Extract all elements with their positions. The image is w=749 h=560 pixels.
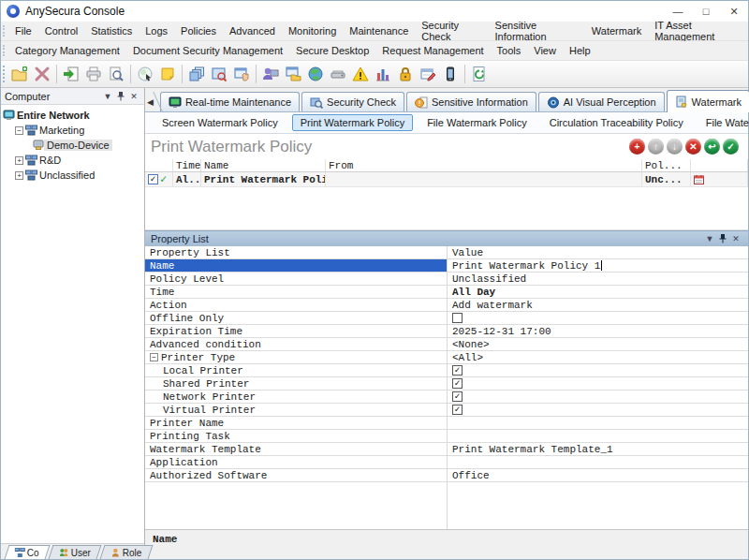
tree-item-rd[interactable]: + R&D <box>3 153 142 168</box>
delete-icon[interactable] <box>31 63 53 85</box>
subtab-file-watermark-policy[interactable]: File Watermark Policy <box>419 114 536 131</box>
sphere-pointer-icon[interactable] <box>134 63 156 85</box>
panel-dropdown-icon[interactable]: ▼ <box>703 234 716 243</box>
tab-computer[interactable]: Co <box>5 545 51 559</box>
window-folder-icon[interactable] <box>282 63 304 85</box>
subtab-circulation-traceability-policy[interactable]: Circulation Traceability Policy <box>541 114 692 131</box>
expand-icon[interactable]: + <box>15 156 23 165</box>
screen-capture-icon[interactable] <box>208 63 230 85</box>
form-edit-icon[interactable] <box>417 63 439 85</box>
checkbox-virtual-printer[interactable]: ✓ <box>452 405 463 415</box>
menu-monitoring[interactable]: Monitoring <box>282 22 343 40</box>
device-icon[interactable] <box>327 63 349 85</box>
menu-logs[interactable]: Logs <box>139 22 174 40</box>
lock-icon[interactable] <box>394 63 417 85</box>
menu-sensitive-information[interactable]: Sensitive Information <box>489 22 585 40</box>
close-button[interactable]: ✕ <box>720 1 748 22</box>
property-row-network-printer[interactable]: Network Printer✓ <box>145 391 748 404</box>
property-row-virtual-printer[interactable]: Virtual Printer✓ <box>145 404 748 417</box>
menu-watermark[interactable]: Watermark <box>585 22 648 40</box>
mobile-icon[interactable] <box>439 63 462 85</box>
menu-secure-desktop[interactable]: Secure Desktop <box>289 41 375 60</box>
maximize-button[interactable]: □ <box>692 1 720 22</box>
export-page-icon[interactable] <box>60 63 82 85</box>
menu-statistics[interactable]: Statistics <box>84 22 139 40</box>
menu-policies[interactable]: Policies <box>174 22 223 40</box>
from-column-header[interactable]: From <box>326 159 642 171</box>
property-row-local-printer[interactable]: Local Printer✓ <box>145 364 748 377</box>
property-row-application[interactable]: Application <box>145 456 748 469</box>
menu-tools[interactable]: Tools <box>491 41 528 60</box>
policy-row[interactable]: ✓✓ Al... Print Watermark Policy 1 Unc... <box>145 172 748 187</box>
panel-dropdown-icon[interactable]: ▼ <box>101 92 114 101</box>
property-row-authorized-software[interactable]: Authorized SoftwareOffice <box>145 469 748 482</box>
tab-ai-visual-perception[interactable]: AI Visual Perception <box>538 92 665 111</box>
menu-control[interactable]: Control <box>38 22 84 40</box>
property-row-time[interactable]: TimeAll Day <box>145 286 748 299</box>
checkbox-local-printer[interactable]: ✓ <box>452 365 463 376</box>
menu-security-check[interactable]: Security Check <box>415 22 488 40</box>
apply-button[interactable]: ✓ <box>723 139 739 155</box>
chart-icon[interactable] <box>372 63 394 85</box>
tab-scroll-left-icon[interactable]: ◀ <box>147 93 154 111</box>
collapse-icon[interactable]: − <box>150 353 158 361</box>
subtab-print-watermark-policy[interactable]: Print Watermark Policy <box>292 114 413 131</box>
tab-watermark[interactable]: Watermark <box>667 90 749 112</box>
property-row-offline-only[interactable]: Offline Only <box>145 312 748 325</box>
panel-close-icon[interactable]: ✕ <box>127 92 140 101</box>
property-row-watermark-template[interactable]: Watermark TemplatePrint Watermark Templa… <box>145 443 748 456</box>
tab-role[interactable]: Role <box>99 545 152 559</box>
globe-icon[interactable] <box>304 63 327 85</box>
property-row-printing-task[interactable]: Printing Task <box>145 430 748 443</box>
menu-category-management[interactable]: Category Management <box>8 41 126 60</box>
property-row-name[interactable]: NamePrint Watermark Policy 1 <box>145 259 748 273</box>
property-row-policy-level[interactable]: Policy LevelUnclassified <box>145 273 748 286</box>
tab-user[interactable]: User <box>48 545 101 559</box>
tab-sensitive-information[interactable]: Sensitive Information <box>406 92 536 111</box>
property-row-expiration-time[interactable]: Expiration Time2025-12-31 17:00 <box>145 325 748 338</box>
delete-button[interactable]: ✕ <box>685 139 701 155</box>
minimize-button[interactable]: — <box>664 1 692 22</box>
sticky-note-icon[interactable] <box>156 63 179 85</box>
cascade-windows-icon[interactable] <box>185 63 208 85</box>
tab-realtime-maintenance[interactable]: Real-time Maintenance <box>160 92 300 111</box>
tree-item-unclassified[interactable]: + Unclassified <box>3 168 142 183</box>
menu-file[interactable]: File <box>8 22 38 40</box>
menu-document-security-management[interactable]: Document Security Management <box>126 41 289 60</box>
menu-maintenance[interactable]: Maintenance <box>343 22 415 40</box>
property-row-shared-printer[interactable]: Shared Printer✓ <box>145 377 748 391</box>
menu-it-asset-management[interactable]: IT Asset Management <box>648 22 748 40</box>
menu-request-management[interactable]: Request Management <box>375 41 490 60</box>
policy-column-header[interactable]: Pol... <box>642 159 691 171</box>
property-row-advanced-condition[interactable]: Advanced condition<None> <box>145 338 748 351</box>
tab-security-check[interactable]: Security Check <box>301 92 404 111</box>
expand-icon[interactable]: + <box>15 171 23 180</box>
panel-close-icon[interactable]: ✕ <box>729 234 742 243</box>
time-column-header[interactable]: Time <box>173 159 201 171</box>
name-column-header[interactable]: Name <box>201 159 326 171</box>
tree-item-marketing[interactable]: − Marketing <box>3 123 142 138</box>
user-computer-icon[interactable] <box>259 63 282 85</box>
warning-icon[interactable] <box>349 63 372 85</box>
property-row-printer-type[interactable]: −Printer Type<All> <box>145 351 748 364</box>
menu-view[interactable]: View <box>527 41 563 60</box>
panel-pin-icon[interactable] <box>716 234 729 243</box>
undo-button[interactable]: ↩ <box>704 139 720 155</box>
property-value[interactable]: Print Watermark Policy 1 <box>452 260 600 272</box>
menu-help[interactable]: Help <box>563 41 597 60</box>
new-folder-icon[interactable] <box>8 63 31 85</box>
checkbox-offline-only[interactable] <box>452 313 463 323</box>
subtab-screen-watermark-policy[interactable]: Screen Watermark Policy <box>154 114 286 131</box>
menu-advanced[interactable]: Advanced <box>223 22 282 40</box>
property-row-printer-name[interactable]: Printer Name <box>145 417 748 430</box>
property-row-action[interactable]: ActionAdd watermark <box>145 299 748 312</box>
print-preview-icon[interactable] <box>105 63 127 85</box>
subtab-file-watermark-log[interactable]: File Watermark Log <box>698 114 749 131</box>
add-button[interactable]: + <box>629 139 645 155</box>
printer-icon[interactable] <box>82 63 105 85</box>
collapse-icon[interactable]: − <box>15 126 23 135</box>
checkbox-shared-printer[interactable]: ✓ <box>452 378 463 389</box>
tree-item-demo-device[interactable]: Demo-Device <box>3 138 142 153</box>
panel-pin-icon[interactable] <box>114 92 127 101</box>
move-up-button[interactable]: ↑ <box>648 139 664 155</box>
